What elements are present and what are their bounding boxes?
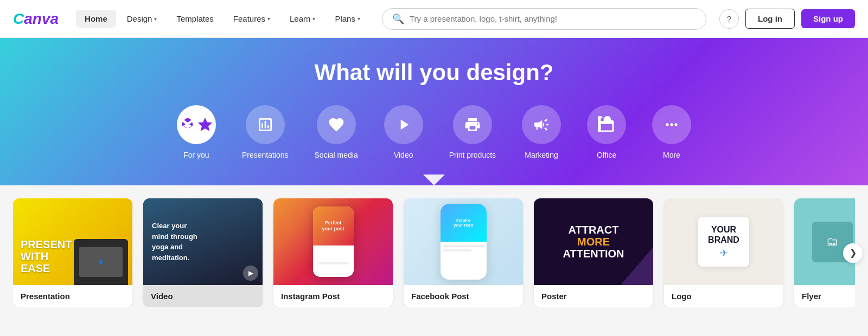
- search-bar[interactable]: 🔍: [382, 8, 706, 30]
- category-presentations[interactable]: Presentations: [242, 105, 289, 159]
- hero-banner: What will you design? For you Presentati…: [0, 38, 868, 185]
- categories: For you Presentations Social media Video: [0, 105, 868, 159]
- chevron-down-icon: ▾: [267, 16, 270, 22]
- ig-phone: Perfectyour post: [313, 206, 354, 277]
- logo-card: YOURBRAND ✈: [698, 217, 749, 267]
- nav-plans[interactable]: Plans ▾: [326, 10, 369, 28]
- signup-button[interactable]: Sign up: [801, 9, 855, 28]
- social-media-label: Social media: [315, 151, 358, 159]
- search-icon: 🔍: [392, 13, 404, 25]
- nav-items: Home Design ▾ Templates Features ▾ Learn…: [76, 10, 369, 28]
- marketing-icon: [522, 105, 561, 144]
- play-icon: ▶: [243, 266, 258, 281]
- thumb-flyer: 🗂: [794, 198, 855, 285]
- login-button[interactable]: Log in: [745, 9, 795, 29]
- hero-title: What will you design?: [0, 60, 868, 86]
- chevron-down-icon: ▾: [358, 16, 360, 22]
- help-button[interactable]: ?: [719, 9, 739, 29]
- more-label: More: [663, 151, 680, 159]
- content-area: PRESENTWITHEASE 👤 Presentation Clear you…: [0, 185, 868, 320]
- hero-arrow: [0, 175, 868, 185]
- nav-home[interactable]: Home: [76, 10, 116, 28]
- for-you-icon: [177, 105, 216, 144]
- social-media-icon: [317, 105, 356, 144]
- chevron-down-icon: ▾: [312, 16, 315, 22]
- card-facebook[interactable]: Inspireyour feed Facebook Post: [404, 198, 523, 307]
- card-instagram-label: Instagram Post: [273, 285, 393, 307]
- nav-templates[interactable]: Templates: [168, 10, 222, 28]
- chevron-down-icon: ▾: [154, 16, 157, 22]
- video-card-text: Clear yourmind throughyoga andmeditation…: [152, 221, 197, 263]
- category-more[interactable]: More: [652, 105, 691, 159]
- thumb-facebook: Inspireyour feed: [404, 198, 523, 285]
- marketing-label: Marketing: [525, 151, 558, 159]
- fb-phone: Inspireyour feed: [441, 204, 487, 280]
- print-products-icon: [453, 105, 492, 144]
- nav-learn[interactable]: Learn ▾: [281, 10, 324, 28]
- category-marketing[interactable]: Marketing: [522, 105, 561, 159]
- card-poster[interactable]: ATTRACTMOREATTENTION Poster: [534, 198, 653, 307]
- scroll-right-button[interactable]: ❯: [843, 243, 863, 263]
- cards-container: PRESENTWITHEASE 👤 Presentation Clear you…: [13, 198, 855, 307]
- presentation-text: PRESENTWITHEASE: [21, 238, 72, 274]
- thumb-logo: YOURBRAND ✈: [664, 198, 783, 285]
- nav-design[interactable]: Design ▾: [118, 10, 166, 28]
- card-presentation-label: Presentation: [13, 285, 132, 307]
- more-icon: [652, 105, 691, 144]
- video-label: Video: [394, 151, 413, 159]
- card-video-label: Video: [143, 285, 263, 307]
- laptop-icon: 👤: [74, 239, 128, 285]
- poster-text: ATTRACTMOREATTENTION: [558, 218, 630, 265]
- card-instagram[interactable]: Perfectyour post Instagram Post: [273, 198, 393, 307]
- card-logo-label: Logo: [664, 285, 783, 307]
- category-video[interactable]: Video: [384, 105, 423, 159]
- card-presentation[interactable]: PRESENTWITHEASE 👤 Presentation: [13, 198, 132, 307]
- search-input[interactable]: [410, 14, 696, 23]
- category-office[interactable]: Office: [587, 105, 626, 159]
- thumb-video: Clear yourmind throughyoga andmeditation…: [143, 198, 263, 285]
- card-facebook-label: Facebook Post: [404, 285, 523, 307]
- nav-right: ? Log in Sign up: [719, 9, 855, 29]
- card-logo[interactable]: YOURBRAND ✈ Logo: [664, 198, 783, 307]
- card-video[interactable]: Clear yourmind throughyoga andmeditation…: [143, 198, 263, 307]
- category-for-you[interactable]: For you: [177, 105, 216, 159]
- navbar: Canva Home Design ▾ Templates Features ▾…: [0, 0, 868, 38]
- logo[interactable]: Canva: [13, 10, 59, 28]
- card-flyer-label: Flyer: [794, 285, 855, 307]
- for-you-label: For you: [183, 151, 209, 159]
- thumb-instagram: Perfectyour post: [273, 198, 393, 285]
- category-print-products[interactable]: Print products: [449, 105, 496, 159]
- presentations-icon: [246, 105, 285, 144]
- thumb-poster: ATTRACTMOREATTENTION: [534, 198, 653, 285]
- category-social-media[interactable]: Social media: [315, 105, 358, 159]
- nav-features[interactable]: Features ▾: [225, 10, 279, 28]
- card-poster-label: Poster: [534, 285, 653, 307]
- office-label: Office: [597, 151, 616, 159]
- presentations-label: Presentations: [242, 151, 289, 159]
- video-icon: [384, 105, 423, 144]
- thumb-presentation: PRESENTWITHEASE 👤: [13, 198, 132, 285]
- print-products-label: Print products: [449, 151, 496, 159]
- office-icon: [587, 105, 626, 144]
